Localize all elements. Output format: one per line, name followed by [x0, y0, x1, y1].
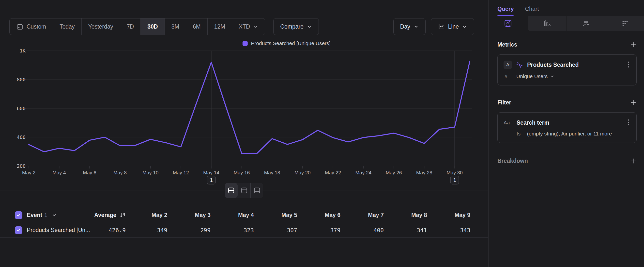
granularity-button[interactable]: Day — [393, 18, 426, 35]
panel-tab-bar: Query Chart — [488, 0, 644, 16]
table-row: Products Searched [Un... 426.9 349299323… — [0, 223, 488, 238]
filter-card[interactable]: Aa Search term Is (empty string), Air pu… — [498, 112, 636, 143]
aggregation-prefix: # — [504, 73, 512, 79]
funnels-tab[interactable] — [528, 16, 566, 31]
filter-operator: Is — [516, 131, 520, 137]
column-header-may-2[interactable]: May 2 — [132, 208, 176, 223]
value-cell: 341 — [392, 223, 436, 237]
range-xtd[interactable]: XTD — [232, 19, 265, 35]
chevron-down-icon[interactable] — [52, 212, 57, 218]
tab-query[interactable]: Query — [498, 6, 514, 16]
insights-tab[interactable] — [488, 16, 528, 31]
range-12m[interactable]: 12M — [208, 19, 232, 35]
chart-type-label: Line — [448, 24, 459, 30]
view-toggle — [225, 183, 263, 198]
column-header-may-6[interactable]: May 6 — [306, 208, 349, 223]
svg-text:200: 200 — [17, 163, 26, 169]
chart-legend[interactable]: Products Searched [Unique Users] — [242, 40, 330, 46]
filter-options-button[interactable] — [626, 118, 630, 127]
range-6m[interactable]: 6M — [186, 19, 208, 35]
column-header-may-5[interactable]: May 5 — [262, 208, 306, 223]
check-icon — [16, 213, 21, 217]
value-cell: 400 — [349, 223, 392, 237]
section-divider — [0, 190, 488, 190]
line-chart: Products Searched [Unique Users] 2004006… — [0, 35, 488, 188]
range-today[interactable]: Today — [53, 19, 82, 35]
breakdown-title: Breakdown — [498, 158, 528, 164]
select-all-checkbox[interactable] — [15, 211, 22, 219]
chevron-down-icon — [462, 24, 467, 29]
chart-plot[interactable]: 2004006008001K11May 2May 4May 6May 8May … — [0, 35, 488, 188]
svg-text:May 22: May 22 — [325, 170, 341, 175]
line-chart-icon — [438, 23, 445, 30]
report-type-tabs — [488, 16, 644, 31]
filter-value[interactable]: (empty string), Air purifier, or 11 more — [527, 131, 612, 137]
legend-label: Products Searched [Unique Users] — [251, 40, 330, 46]
metric-name: Products Searched — [527, 62, 622, 68]
svg-text:May 24: May 24 — [355, 170, 372, 175]
column-header-may-8[interactable]: May 8 — [392, 208, 436, 223]
event-click-icon — [516, 61, 524, 69]
legend-swatch — [242, 41, 248, 46]
split-view-button[interactable] — [225, 183, 238, 198]
breakdown-section-header: Breakdown — [498, 158, 636, 164]
chevron-down-icon — [550, 74, 554, 79]
svg-text:May 8: May 8 — [114, 170, 127, 175]
value-cell: 343 — [436, 223, 479, 237]
retention-tab[interactable] — [605, 16, 644, 31]
flows-tab[interactable] — [566, 16, 605, 31]
chart-section: CustomTodayYesterday7D30D3M6M12MXTD Comp… — [0, 0, 488, 267]
value-cell: 307 — [262, 223, 306, 237]
plus-icon — [630, 41, 636, 48]
filter-title: Filter — [498, 99, 511, 106]
svg-text:May 2: May 2 — [22, 170, 36, 175]
svg-text:May 18: May 18 — [264, 170, 280, 175]
average-value-cell: 426.9 — [88, 223, 132, 237]
chevron-down-icon — [253, 24, 258, 29]
range-3m[interactable]: 3M — [165, 19, 186, 35]
calendar-icon — [16, 23, 23, 30]
column-header-may-7[interactable]: May 7 — [349, 208, 392, 223]
event-label: Event — [27, 212, 42, 218]
range-yesterday[interactable]: Yesterday — [82, 19, 120, 35]
add-metric-button[interactable] — [630, 41, 636, 48]
svg-text:1: 1 — [453, 177, 456, 183]
column-header-may-4[interactable]: May 4 — [219, 208, 262, 223]
split-view-icon — [227, 186, 235, 194]
compare-button[interactable]: Compare — [273, 18, 319, 35]
svg-text:May 26: May 26 — [386, 170, 402, 175]
chart-controls: Day Line — [393, 18, 474, 35]
range-30d[interactable]: 30D — [141, 19, 164, 35]
svg-text:May 30: May 30 — [446, 170, 463, 175]
svg-text:1: 1 — [210, 177, 213, 183]
metric-aggregation-row: # Unique Users — [504, 73, 630, 79]
column-header-may-9[interactable]: May 9 — [436, 208, 479, 223]
tab-chart[interactable]: Chart — [525, 6, 539, 16]
table-only-button[interactable] — [250, 183, 263, 198]
compare-label: Compare — [280, 24, 304, 30]
chart-only-button[interactable] — [238, 183, 250, 198]
metric-card[interactable]: A Products Searched # Unique Users — [498, 55, 636, 86]
kebab-icon — [627, 61, 630, 69]
table-only-icon — [253, 186, 261, 194]
chart-type-button[interactable]: Line — [431, 18, 474, 35]
chevron-down-icon — [307, 24, 312, 29]
range-7d[interactable]: 7D — [120, 19, 141, 35]
average-header-cell[interactable]: Average — [88, 208, 132, 223]
svg-text:600: 600 — [17, 105, 26, 111]
series-checkbox[interactable] — [15, 226, 22, 234]
average-label: Average — [94, 212, 116, 218]
aggregation-selector[interactable]: Unique Users — [516, 73, 554, 79]
retention-grid-icon — [621, 19, 629, 28]
svg-text:May 16: May 16 — [234, 170, 250, 175]
add-breakdown-button[interactable] — [630, 158, 636, 164]
column-header-may-3[interactable]: May 3 — [176, 208, 219, 223]
results-table: Event 1 Average May 2May 3May 4May 5May … — [0, 208, 488, 238]
kebab-icon — [627, 119, 630, 126]
text-property-icon: Aa — [504, 120, 513, 126]
inactive-report-tabs — [528, 16, 644, 31]
average-value: 426.9 — [109, 227, 126, 233]
range-custom[interactable]: Custom — [10, 19, 53, 35]
metric-options-button[interactable] — [626, 60, 630, 70]
add-filter-button[interactable] — [630, 99, 636, 106]
